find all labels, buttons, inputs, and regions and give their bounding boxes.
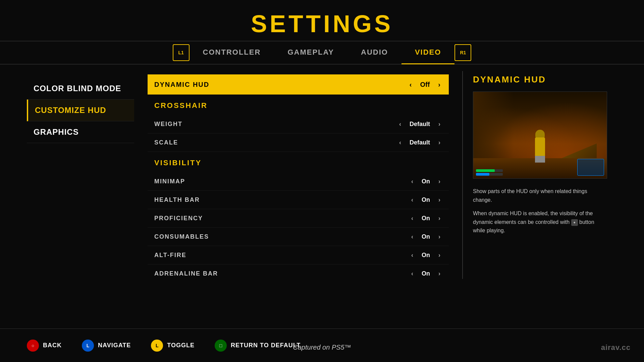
- dynamic-hud-label: DYNAMIC HUD: [154, 81, 408, 88]
- section-crosshair: CROSSHAIR: [154, 101, 449, 110]
- sidebar: COLOR BLIND MODE CUSTOMIZE HUD GRAPHICS: [27, 71, 134, 279]
- setting-row-health-bar[interactable]: HEALTH BAR ‹ On ›: [148, 191, 449, 209]
- back-button-label: BACK: [43, 342, 62, 349]
- navigate-button-icon: L: [82, 340, 94, 352]
- dynamic-hud-right-arrow[interactable]: ›: [436, 81, 442, 88]
- section-visibility: VISIBILITY: [154, 159, 449, 167]
- site-watermark: airav.cc: [601, 343, 631, 352]
- minimap-left-arrow[interactable]: ‹: [410, 178, 415, 185]
- settings-panel: DYNAMIC HUD ‹ Off › CROSSHAIR WEIGHT ‹ D…: [134, 71, 463, 279]
- tab-video[interactable]: VIDEO: [401, 41, 454, 64]
- health-bar-label: HEALTH BAR: [154, 196, 410, 203]
- header: SETTINGS: [0, 0, 644, 41]
- setting-row-proficiency[interactable]: PROFICIENCY ‹ On ›: [148, 209, 449, 228]
- dynamic-hud-value: Off: [413, 81, 436, 88]
- consumables-right-arrow[interactable]: ›: [437, 233, 442, 240]
- proficiency-value: On: [415, 215, 437, 222]
- consumables-left-arrow[interactable]: ‹: [410, 233, 415, 240]
- scale-left-arrow[interactable]: ‹: [397, 139, 403, 146]
- proficiency-left-arrow[interactable]: ‹: [410, 215, 415, 222]
- proficiency-label: PROFICIENCY: [154, 215, 410, 222]
- setting-row-weight[interactable]: WEIGHT ‹ Default ›: [148, 115, 449, 133]
- minimap-value: On: [415, 178, 437, 185]
- captured-text: Captured on PS5™: [293, 344, 351, 351]
- proficiency-right-arrow[interactable]: ›: [437, 215, 442, 222]
- setting-row-consumables[interactable]: CONSUMABLES ‹ On ›: [148, 228, 449, 246]
- sidebar-item-graphics[interactable]: GRAPHICS: [27, 121, 134, 143]
- weight-value: Default: [403, 121, 437, 128]
- weight-right-arrow[interactable]: ›: [437, 121, 442, 128]
- weight-label: WEIGHT: [154, 121, 397, 128]
- weight-left-arrow[interactable]: ‹: [397, 121, 403, 128]
- tab-gameplay[interactable]: GAMEPLAY: [274, 41, 347, 64]
- scale-right-arrow[interactable]: ›: [437, 139, 442, 146]
- nav-right-button[interactable]: R1: [454, 44, 471, 61]
- info-panel: DYNAMIC HUD Show parts of the HUD only w…: [463, 71, 617, 279]
- info-panel-title: DYNAMIC HUD: [473, 74, 607, 85]
- minimap-right-arrow[interactable]: ›: [437, 178, 442, 185]
- page-title: SETTINGS: [0, 10, 644, 38]
- consumables-label: CONSUMABLES: [154, 233, 410, 240]
- consumables-value: On: [415, 233, 437, 240]
- alt-fire-right-arrow[interactable]: ›: [437, 252, 442, 259]
- health-bar-value: On: [415, 196, 437, 203]
- sidebar-item-customize-hud[interactable]: CUSTOMIZE HUD: [27, 100, 134, 121]
- alt-fire-label: ALT-FIRE: [154, 252, 410, 259]
- setting-row-minimap[interactable]: MINIMAP ‹ On ›: [148, 172, 449, 191]
- action-navigate[interactable]: L NAVIGATE: [82, 340, 131, 352]
- action-return-default[interactable]: □ RETURN TO DEFAULT: [215, 340, 301, 352]
- tab-controller[interactable]: CONTROLLER: [190, 41, 274, 64]
- toggle-button-label: TOGGLE: [167, 342, 195, 349]
- setting-row-scale[interactable]: SCALE ‹ Default ›: [148, 133, 449, 152]
- setting-row-dynamic-hud[interactable]: DYNAMIC HUD ‹ Off ›: [148, 74, 449, 95]
- toggle-button-icon: L: [151, 340, 163, 352]
- navigate-button-label: NAVIGATE: [98, 342, 131, 349]
- back-button-icon: ○: [27, 340, 39, 352]
- nav-left-button[interactable]: L1: [173, 44, 190, 61]
- setting-row-adrenaline-bar[interactable]: ADRENALINE BAR ‹ On ›: [148, 264, 449, 279]
- adrenaline-bar-left-arrow[interactable]: ‹: [410, 270, 415, 277]
- main-content: COLOR BLIND MODE CUSTOMIZE HUD GRAPHICS …: [0, 64, 644, 279]
- alt-fire-value: On: [415, 252, 437, 259]
- alt-fire-left-arrow[interactable]: ‹: [410, 252, 415, 259]
- return-default-button-icon: □: [215, 340, 227, 352]
- info-panel-image: [473, 92, 607, 179]
- tab-audio[interactable]: AUDIO: [347, 41, 401, 64]
- action-back[interactable]: ○ BACK: [27, 340, 62, 352]
- adrenaline-bar-value: On: [415, 270, 437, 277]
- health-bar-left-arrow[interactable]: ‹: [410, 196, 415, 203]
- info-description-1: Show parts of the HUD only when related …: [473, 187, 607, 204]
- adrenaline-bar-label: ADRENALINE BAR: [154, 270, 410, 277]
- adrenaline-bar-right-arrow[interactable]: ›: [437, 270, 442, 277]
- action-toggle[interactable]: L TOGGLE: [151, 340, 195, 352]
- setting-row-alt-fire[interactable]: ALT-FIRE ‹ On ›: [148, 246, 449, 264]
- scale-label: SCALE: [154, 139, 397, 146]
- health-bar-right-arrow[interactable]: ›: [437, 196, 442, 203]
- minimap-label: MINIMAP: [154, 178, 410, 185]
- controller-button-icon: ✦: [571, 219, 578, 226]
- scale-value: Default: [403, 139, 437, 146]
- dynamic-hud-left-arrow[interactable]: ‹: [408, 81, 414, 88]
- sidebar-item-color-blind-mode[interactable]: COLOR BLIND MODE: [27, 78, 134, 100]
- nav-bar: L1 CONTROLLER GAMEPLAY AUDIO VIDEO R1: [0, 41, 644, 64]
- info-description-2: When dynamic HUD is enabled, the visibil…: [473, 209, 607, 235]
- return-default-button-label: RETURN TO DEFAULT: [231, 342, 301, 349]
